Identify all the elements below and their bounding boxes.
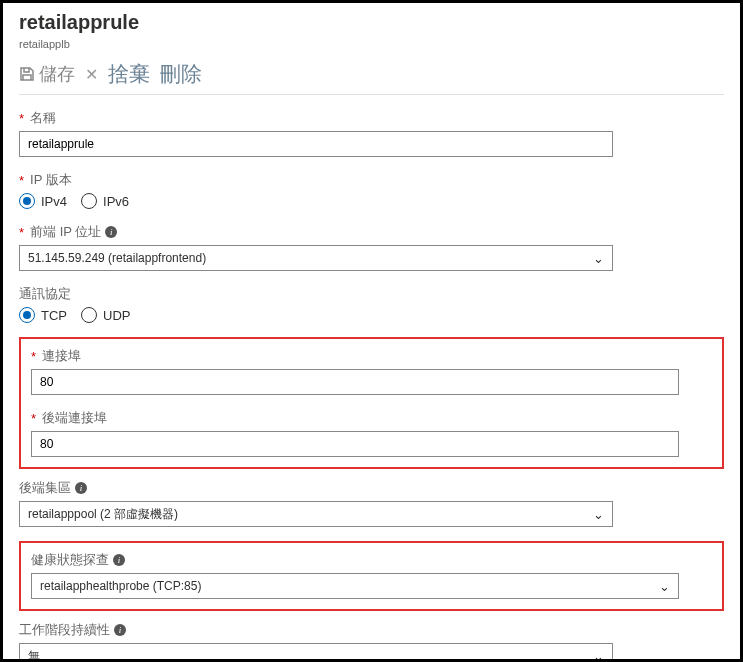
field-health-probe: 健康狀態探查 i retailapphealthprobe (TCP:85) ⌄ — [31, 551, 712, 599]
healthprobe-label: 健康狀態探查 — [31, 551, 109, 569]
close-icon[interactable]: ✕ — [85, 65, 98, 84]
info-icon[interactable]: i — [105, 226, 117, 238]
session-select[interactable]: 無 ⌄ — [19, 643, 613, 662]
field-port: *連接埠 — [31, 347, 712, 395]
delete-button[interactable]: 刪除 — [160, 60, 202, 88]
radio-icon — [81, 307, 97, 323]
radio-selected-icon — [19, 307, 35, 323]
ipversion-label: IP 版本 — [30, 171, 72, 189]
save-label: 儲存 — [39, 62, 75, 86]
highlight-healthprobe: 健康狀態探查 i retailapphealthprobe (TCP:85) ⌄ — [19, 541, 724, 611]
session-label: 工作階段持續性 — [19, 621, 110, 639]
chevron-down-icon: ⌄ — [659, 579, 670, 594]
blade-header: retailapprule — [19, 11, 724, 34]
radio-icon — [81, 193, 97, 209]
backendpool-select[interactable]: retailapppool (2 部虛擬機器) ⌄ — [19, 501, 613, 527]
info-icon[interactable]: i — [114, 624, 126, 636]
chevron-down-icon: ⌄ — [593, 649, 604, 663]
radio-tcp[interactable]: TCP — [19, 307, 67, 323]
backendport-label: 後端連接埠 — [42, 409, 107, 427]
info-icon[interactable]: i — [113, 554, 125, 566]
radio-ipv6[interactable]: IPv6 — [81, 193, 129, 209]
field-backend-port: *後端連接埠 — [31, 409, 712, 457]
name-label: 名稱 — [30, 109, 56, 127]
radio-udp[interactable]: UDP — [81, 307, 130, 323]
frontendip-select[interactable]: 51.145.59.249 (retailappfrontend) ⌄ — [19, 245, 613, 271]
field-session-persistence: 工作階段持續性 i 無 ⌄ — [19, 621, 724, 662]
radio-selected-icon — [19, 193, 35, 209]
name-input[interactable] — [19, 131, 613, 157]
highlight-ports: *連接埠 *後端連接埠 — [19, 337, 724, 469]
field-protocol: 通訊協定 TCP UDP — [19, 285, 724, 323]
page-title: retailapprule — [19, 11, 724, 34]
command-bar: 儲存 ✕ 捨棄 刪除 — [19, 60, 724, 95]
page-subtitle: retailapplb — [19, 38, 724, 50]
info-icon[interactable]: i — [75, 482, 87, 494]
field-backend-pool: 後端集區 i retailapppool (2 部虛擬機器) ⌄ — [19, 479, 724, 527]
frontendip-label: 前端 IP 位址 — [30, 223, 101, 241]
field-name: *名稱 — [19, 109, 724, 157]
save-icon — [19, 66, 35, 82]
backendpool-label: 後端集區 — [19, 479, 71, 497]
port-label: 連接埠 — [42, 347, 81, 365]
backendport-input[interactable] — [31, 431, 679, 457]
healthprobe-select[interactable]: retailapphealthprobe (TCP:85) ⌄ — [31, 573, 679, 599]
radio-ipv4[interactable]: IPv4 — [19, 193, 67, 209]
chevron-down-icon: ⌄ — [593, 507, 604, 522]
field-frontend-ip: *前端 IP 位址 i 51.145.59.249 (retailappfron… — [19, 223, 724, 271]
protocol-label: 通訊協定 — [19, 285, 71, 303]
discard-button[interactable]: 捨棄 — [108, 60, 150, 88]
chevron-down-icon: ⌄ — [593, 251, 604, 266]
field-ip-version: *IP 版本 IPv4 IPv6 — [19, 171, 724, 209]
save-button[interactable]: 儲存 — [19, 62, 75, 86]
port-input[interactable] — [31, 369, 679, 395]
